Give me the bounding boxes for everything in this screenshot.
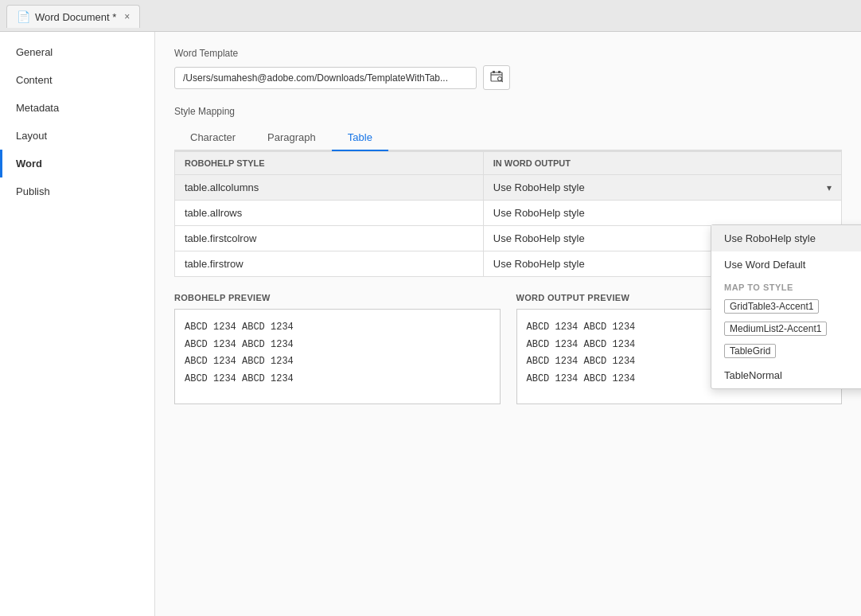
tab-paragraph[interactable]: Paragraph — [251, 125, 332, 151]
robohelp-preview-content: ABCD 1234 ABCD 1234 ABCD 1234 ABCD 1234 … — [174, 309, 501, 404]
tab-close-button[interactable]: × — [124, 11, 130, 22]
col-header-word-output: IN WORD OUTPUT — [483, 152, 841, 175]
svg-rect-2 — [498, 71, 501, 73]
style-cell: table.firstcolrow — [175, 226, 484, 251]
table-row: table.allrows Use RoboHelp style — [175, 201, 842, 226]
sidebar-item-general[interactable]: General — [0, 38, 154, 66]
map-to-style-separator: MAP TO STYLE — [711, 278, 861, 295]
tab-table[interactable]: Table — [332, 125, 388, 151]
dropdown-option-gridtable3[interactable]: GridTable3-Accent1 — [711, 295, 861, 318]
style-cell: table.allcolumns — [175, 175, 484, 201]
sidebar: General Content Metadata Layout Word Pub… — [0, 32, 155, 616]
preview-line: ABCD 1234 ABCD 1234 — [185, 337, 490, 354]
dropdown-option-use-word-default[interactable]: Use Word Default — [711, 251, 861, 278]
template-input-row — [174, 65, 842, 90]
sidebar-item-metadata[interactable]: Metadata — [0, 94, 154, 122]
output-cell: Use RoboHelp style — [483, 201, 841, 226]
sidebar-item-layout[interactable]: Layout — [0, 122, 154, 150]
dropdown-arrow-icon: ▾ — [827, 182, 832, 193]
main-layout: General Content Metadata Layout Word Pub… — [0, 32, 861, 616]
word-template-label: Word Template — [174, 48, 842, 59]
browse-icon — [490, 72, 503, 85]
style-mapping-tabs: Character Paragraph Table — [174, 125, 842, 151]
preview-line: ABCD 1234 ABCD 1234 — [185, 353, 490, 371]
col-header-robohelp-style: ROBOHELP STYLE — [175, 152, 484, 175]
robohelp-preview-box: ROBOHELP PREVIEW ABCD 1234 ABCD 1234 ABC… — [174, 293, 501, 404]
word-document-tab[interactable]: 📄 Word Document * × — [6, 5, 140, 28]
sidebar-item-publish[interactable]: Publish — [0, 177, 154, 205]
template-path-input[interactable] — [174, 67, 477, 89]
robohelp-preview-label: ROBOHELP PREVIEW — [174, 293, 501, 302]
preview-line: ABCD 1234 ABCD 1234 — [185, 319, 490, 337]
content-area: Word Template Style Mapping — [155, 32, 861, 616]
dropdown-option-use-robohelp-style[interactable]: Use RoboHelp style — [711, 225, 861, 251]
tab-character[interactable]: Character — [174, 125, 251, 151]
sidebar-item-word[interactable]: Word — [0, 150, 154, 177]
style-cell: table.firstrow — [175, 251, 484, 277]
dropdown-popup: Use RoboHelp style Use Word Default MAP … — [711, 224, 861, 389]
style-cell: table.allrows — [175, 201, 484, 226]
doc-icon: 📄 — [17, 10, 30, 23]
dropdown-option-mediumlist2[interactable]: MediumList2-Accent1 — [711, 318, 861, 340]
browse-button[interactable] — [483, 65, 510, 90]
dropdown-option-tablegrid[interactable]: TableGrid — [711, 340, 861, 362]
tab-label: Word Document * — [35, 11, 116, 23]
dropdown-option-tablenormal[interactable]: TableNormal — [711, 362, 861, 388]
table-row: table.allcolumns Use RoboHelp style ▾ — [175, 175, 842, 201]
sidebar-item-content[interactable]: Content — [0, 66, 154, 94]
tab-bar: 📄 Word Document * × — [0, 0, 861, 32]
style-mapping-label: Style Mapping — [174, 106, 842, 117]
svg-rect-1 — [493, 71, 495, 73]
preview-line: ABCD 1234 ABCD 1234 — [185, 371, 490, 388]
output-cell[interactable]: Use RoboHelp style ▾ — [483, 175, 841, 201]
